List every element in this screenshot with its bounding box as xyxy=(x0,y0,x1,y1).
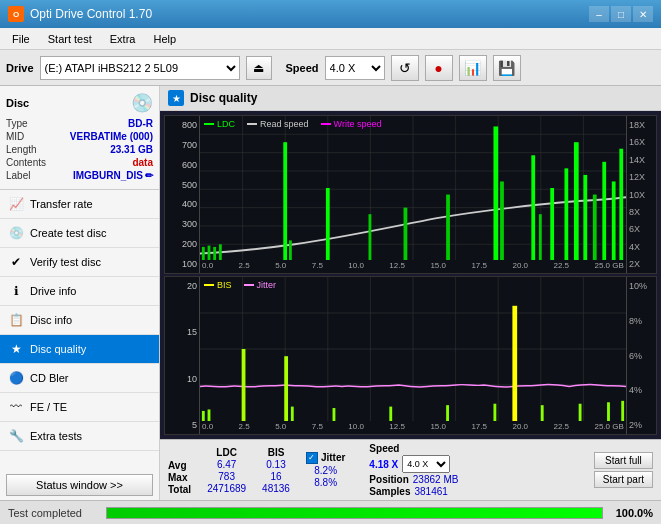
graph-button[interactable]: 📊 xyxy=(459,55,487,81)
start-full-button[interactable]: Start full xyxy=(594,452,653,469)
transfer-rate-label: Transfer rate xyxy=(30,198,93,210)
length-value: 23.31 GB xyxy=(110,144,153,155)
sidebar-item-create-test-disc[interactable]: 💿 Create test disc xyxy=(0,219,159,248)
jitter-checkbox[interactable]: ✓ xyxy=(306,452,318,464)
sidebar-item-disc-info[interactable]: 📋 Disc info xyxy=(0,306,159,335)
start-part-button[interactable]: Start part xyxy=(594,471,653,488)
stats-speed-val: 4.18 X xyxy=(369,459,398,470)
progress-bar-container: Test completed 100.0% xyxy=(0,500,661,524)
svg-rect-17 xyxy=(208,246,211,260)
menu-help[interactable]: Help xyxy=(145,31,184,47)
disc-quality-label: Disc quality xyxy=(30,343,86,355)
disc-contents-row: Contents data xyxy=(6,157,153,168)
maximize-button[interactable]: □ xyxy=(611,6,631,22)
minimize-button[interactable]: – xyxy=(589,6,609,22)
sidebar-item-cd-bler[interactable]: 🔵 CD Bler xyxy=(0,364,159,393)
progress-percent: 100.0% xyxy=(611,507,653,519)
disc-quality-header-icon: ★ xyxy=(168,90,184,106)
svg-rect-60 xyxy=(541,405,544,421)
sidebar-item-transfer-rate[interactable]: 📈 Transfer rate xyxy=(0,190,159,219)
refresh-button[interactable]: ↺ xyxy=(391,55,419,81)
title-section: O Opti Drive Control 1.70 xyxy=(8,6,152,22)
svg-rect-27 xyxy=(500,181,504,260)
drive-info-icon: ℹ xyxy=(8,283,24,299)
type-label: Type xyxy=(6,118,28,129)
ldc-plot-area: LDC Read speed Write speed xyxy=(200,116,626,260)
sidebar-item-drive-info[interactable]: ℹ Drive info xyxy=(0,277,159,306)
sidebar-nav: 📈 Transfer rate 💿 Create test disc ✔ Ver… xyxy=(0,190,159,470)
fe-te-icon: 〰 xyxy=(8,399,24,415)
menu-start-test[interactable]: Start test xyxy=(40,31,100,47)
svg-rect-34 xyxy=(593,195,597,260)
sidebar-item-extra-tests[interactable]: 🔧 Extra tests xyxy=(0,422,159,451)
stats-header-spacer xyxy=(168,446,191,459)
app-icon: O xyxy=(8,6,24,22)
status-window-button[interactable]: Status window >> xyxy=(6,474,153,496)
disc-panel: Disc 💿 Type BD-R MID VERBATIMe (000) Len… xyxy=(0,86,159,190)
svg-rect-31 xyxy=(564,168,568,260)
menu-file[interactable]: File xyxy=(4,31,38,47)
stats-total-label: Total xyxy=(168,484,191,495)
app-title: Opti Drive Control 1.70 xyxy=(30,7,152,21)
svg-rect-23 xyxy=(369,214,372,260)
charts-area: 800 700 600 500 400 300 200 100 xyxy=(160,111,661,439)
main-layout: Disc 💿 Type BD-R MID VERBATIMe (000) Len… xyxy=(0,86,661,500)
speed-select[interactable]: 4.0 X xyxy=(325,56,385,80)
progress-track xyxy=(106,507,603,519)
ldc-chart: 800 700 600 500 400 300 200 100 xyxy=(164,115,657,274)
ldc-legend-label-ldc: LDC xyxy=(217,119,235,129)
stats-bis-header: BIS xyxy=(262,447,290,458)
extra-tests-icon: 🔧 xyxy=(8,428,24,444)
svg-rect-63 xyxy=(621,401,624,421)
svg-rect-36 xyxy=(612,181,616,260)
bis-y-axis-right: 10% 8% 6% 4% 2% xyxy=(626,277,656,434)
svg-rect-57 xyxy=(389,407,392,421)
stats-speed-select[interactable]: 4.0 X xyxy=(402,455,450,473)
fe-te-label: FE / TE xyxy=(30,401,67,413)
svg-rect-18 xyxy=(213,247,216,260)
bis-chart: 20 15 10 5 BIS xyxy=(164,276,657,435)
verify-test-disc-icon: ✔ xyxy=(8,254,24,270)
sidebar-item-fe-te[interactable]: 〰 FE / TE xyxy=(0,393,159,422)
svg-rect-54 xyxy=(291,407,294,421)
disc-info-label: Disc info xyxy=(30,314,72,326)
bis-legend-bis: BIS xyxy=(204,280,232,290)
menu-extra[interactable]: Extra xyxy=(102,31,144,47)
sidebar-item-disc-quality[interactable]: ★ Disc quality xyxy=(0,335,159,364)
label-label: Label xyxy=(6,170,30,181)
stats-bis-col: BIS 0.13 16 48136 xyxy=(262,447,290,494)
stats-labels-col: Avg Max Total xyxy=(168,446,191,495)
type-value: BD-R xyxy=(128,118,153,129)
svg-rect-50 xyxy=(202,411,205,421)
bis-legend-jitter: Jitter xyxy=(244,280,277,290)
svg-rect-33 xyxy=(583,175,587,260)
close-button[interactable]: ✕ xyxy=(633,6,653,22)
speed-label: Speed xyxy=(286,62,319,74)
disc-length-row: Length 23.31 GB xyxy=(6,144,153,155)
window-controls: – □ ✕ xyxy=(589,6,653,22)
drive-select[interactable]: (E:) ATAPI iHBS212 2 5L09 xyxy=(40,56,240,80)
action-buttons: Start full Start part xyxy=(594,452,653,488)
progress-fill xyxy=(107,508,602,518)
record-button[interactable]: ● xyxy=(425,55,453,81)
read-color-swatch xyxy=(247,123,257,125)
ldc-legend-write: Write speed xyxy=(321,119,382,129)
eject-button[interactable]: ⏏ xyxy=(246,56,272,80)
stats-bis-avg: 0.13 xyxy=(262,459,290,470)
ldc-legend-ldc: LDC xyxy=(204,119,235,129)
bis-plot-area: BIS Jitter xyxy=(200,277,626,421)
contents-label: Contents xyxy=(6,157,46,168)
svg-rect-53 xyxy=(284,356,288,421)
stats-bis-total: 48136 xyxy=(262,483,290,494)
sidebar-item-verify-test-disc[interactable]: ✔ Verify test disc xyxy=(0,248,159,277)
save-button[interactable]: 💾 xyxy=(493,55,521,81)
svg-rect-19 xyxy=(219,244,222,260)
label-value: IMGBURN_DIS ✏ xyxy=(73,170,153,181)
label-edit-icon[interactable]: ✏ xyxy=(145,170,153,181)
stats-jitter-avg: 8.2% xyxy=(306,465,345,476)
stats-avg-label: Avg xyxy=(168,460,191,471)
position-label: Position xyxy=(369,474,408,485)
ldc-legend-read: Read speed xyxy=(247,119,309,129)
position-row: Position 23862 MB xyxy=(369,474,458,485)
length-label: Length xyxy=(6,144,37,155)
